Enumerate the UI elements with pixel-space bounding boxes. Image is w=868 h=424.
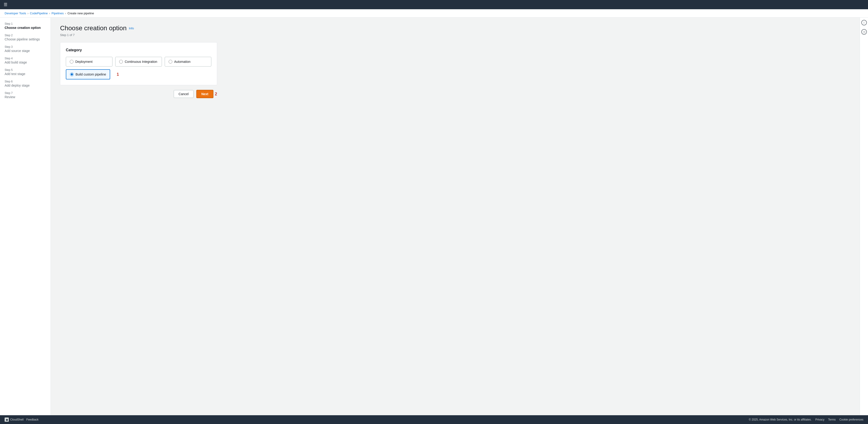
breadcrumb-separator-2: › — [49, 11, 50, 15]
sidebar-step-2-label: Step 2 — [5, 34, 46, 37]
info-link[interactable]: Info — [129, 27, 134, 30]
radio-automation-label: Automation — [174, 60, 191, 64]
breadcrumb-current-page: Create new pipeline — [67, 11, 94, 15]
sidebar-step-1-label: Step 1 — [5, 22, 46, 25]
category-card: Category Deployment Continuous Integrati… — [60, 42, 217, 85]
footer-copyright: © 2025, Amazon Web Services, Inc. or its… — [749, 418, 812, 421]
cancel-button[interactable]: Cancel — [174, 90, 193, 98]
annotation-1: 1 — [117, 72, 119, 77]
cloudshell-label: CloudShell — [10, 418, 24, 421]
breadcrumb: Developer Tools › CodePipeline › Pipelin… — [0, 9, 868, 18]
annotation-2: 2 — [215, 92, 217, 97]
radio-build-custom-label: Build custom pipeline — [75, 72, 106, 76]
hamburger-menu-icon[interactable]: ☰ — [4, 2, 7, 7]
sidebar-step-4: Step 4 Add build stage — [5, 57, 46, 64]
top-bar: ☰ — [0, 0, 868, 9]
footer-right: © 2025, Amazon Web Services, Inc. or its… — [749, 418, 863, 421]
sidebar-step-6: Step 6 Add deploy stage — [5, 80, 46, 87]
footer-terms-link[interactable]: Terms — [828, 418, 836, 421]
footer-privacy-link[interactable]: Privacy — [815, 418, 824, 421]
breadcrumb-developer-tools[interactable]: Developer Tools — [5, 11, 26, 15]
sidebar-step-7: Step 7 Review — [5, 92, 46, 99]
category-title: Category — [66, 48, 211, 52]
info-icon[interactable]: i — [861, 20, 867, 25]
breadcrumb-pipelines[interactable]: Pipelines — [52, 11, 64, 15]
sidebar-step-5-name: Add test stage — [5, 72, 46, 76]
sidebar-step-3: Step 3 Add source stage — [5, 45, 46, 53]
sidebar-step-3-name: Add source stage — [5, 49, 46, 53]
radio-build-custom[interactable] — [70, 72, 74, 76]
step-counter: Step 1 of 7 — [60, 33, 850, 37]
content-area: Choose creation option Info Step 1 of 7 … — [51, 18, 860, 415]
clock-icon[interactable]: ◷ — [861, 29, 867, 35]
radio-option-deployment[interactable]: Deployment — [66, 57, 113, 66]
action-bar: Cancel Next 2 — [60, 90, 217, 98]
sidebar-step-4-label: Step 4 — [5, 57, 46, 60]
radio-deployment-label: Deployment — [75, 60, 93, 64]
feedback-label[interactable]: Feedback — [26, 418, 38, 421]
sidebar-step-6-name: Add deploy stage — [5, 84, 46, 87]
footer-left: ▣ CloudShell Feedback — [5, 418, 38, 422]
radio-option-automation[interactable]: Automation — [165, 57, 211, 66]
radio-automation[interactable] — [168, 60, 172, 64]
footer-cookies-link[interactable]: Cookie preferences — [839, 418, 863, 421]
next-button[interactable]: Next — [196, 90, 213, 98]
cloudshell-icon: ▣ — [5, 418, 9, 422]
cloudshell-button[interactable]: ▣ CloudShell — [5, 418, 24, 422]
sidebar-step-6-label: Step 6 — [5, 80, 46, 83]
radio-option-build-custom[interactable]: Build custom pipeline — [66, 69, 110, 79]
radio-grid-row1: Deployment Continuous Integration Automa… — [66, 57, 211, 66]
radio-grid-row2: Build custom pipeline 1 — [66, 69, 211, 79]
page-header: Choose creation option Info — [60, 25, 850, 32]
breadcrumb-separator-1: › — [28, 11, 28, 15]
next-wrapper: Next 2 — [196, 90, 217, 98]
sidebar-step-2-name: Choose pipeline settings — [5, 37, 46, 41]
sidebar-step-4-name: Add build stage — [5, 61, 46, 64]
sidebar-step-3-label: Step 3 — [5, 45, 46, 48]
sidebar-step-7-label: Step 7 — [5, 92, 46, 95]
sidebar-step-5-label: Step 5 — [5, 68, 46, 72]
sidebar-step-1-name: Choose creation option — [5, 26, 46, 30]
footer: ▣ CloudShell Feedback © 2025, Amazon Web… — [0, 415, 868, 424]
sidebar-step-7-name: Review — [5, 95, 46, 99]
radio-option-continuous-integration[interactable]: Continuous Integration — [115, 57, 162, 66]
sidebar: Step 1 Choose creation option Step 2 Cho… — [0, 18, 51, 415]
radio-deployment[interactable] — [70, 60, 73, 64]
sidebar-step-1: Step 1 Choose creation option — [5, 22, 46, 30]
breadcrumb-separator-3: › — [65, 11, 66, 15]
sidebar-step-5: Step 5 Add test stage — [5, 68, 46, 76]
breadcrumb-codepipeline[interactable]: CodePipeline — [30, 11, 48, 15]
radio-continuous-integration[interactable] — [119, 60, 123, 64]
radio-continuous-integration-label: Continuous Integration — [125, 60, 157, 64]
sidebar-step-2: Step 2 Choose pipeline settings — [5, 34, 46, 41]
main-layout: Step 1 Choose creation option Step 2 Cho… — [0, 18, 868, 415]
page-title: Choose creation option — [60, 25, 127, 32]
right-panel: i ◷ — [860, 18, 868, 415]
